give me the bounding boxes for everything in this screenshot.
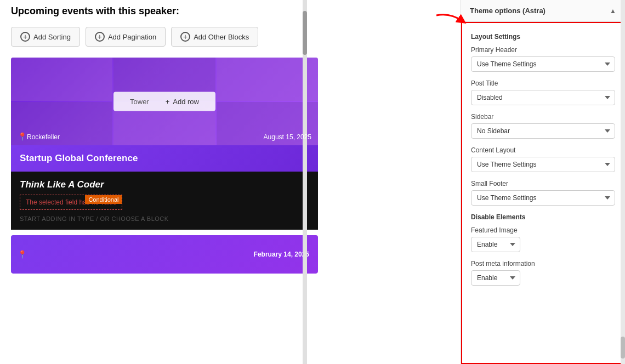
layout-settings-label: Layout Settings: [471, 33, 615, 41]
sidebar-label: Sidebar: [471, 113, 615, 121]
right-panel: Theme options (Astra) ▲ Layout Settings …: [461, 0, 625, 364]
add-pagination-label: Add Pagination: [108, 33, 156, 41]
action-buttons-row: + Add Sorting + Add Pagination + Add Oth…: [11, 27, 450, 47]
post-meta-select[interactable]: Enable Disable: [471, 270, 520, 286]
settings-panel: Layout Settings Primary Header Use Theme…: [461, 22, 625, 364]
conference-title: Startup Global Conference: [20, 153, 309, 164]
event-date: August 15, 2025: [264, 133, 311, 141]
primary-header-group: Primary Header Use Theme Settings Disabl…: [471, 46, 615, 72]
sidebar-select[interactable]: No Sidebar Left Sidebar Right Sidebar: [471, 123, 615, 139]
plus-circle-icon: +: [20, 32, 30, 42]
post-title-select[interactable]: Use Theme Settings Disabled Enabled: [471, 90, 615, 105]
second-event-pin-icon: 📍: [18, 250, 27, 259]
event-image-area: Tower + Add row 📍 Rockefeller August 15,…: [11, 58, 318, 145]
post-title-group: Post Title Use Theme Settings Disabled E…: [471, 79, 615, 105]
sidebar-group: Sidebar No Sidebar Left Sidebar Right Si…: [471, 113, 615, 139]
left-scrollbar[interactable]: [303, 0, 307, 364]
featured-image-group: Featured Image Enable Disable: [471, 226, 615, 252]
add-other-blocks-button[interactable]: + Add Other Blocks: [171, 27, 258, 47]
left-panel: Upcoming events with this speaker: + Add…: [0, 0, 461, 364]
conditional-badge: Conditional: [85, 195, 122, 204]
small-footer-group: Small Footer Use Theme Settings Disabled…: [471, 180, 615, 206]
location-pin-icon: 📍: [18, 132, 27, 141]
content-layout-label: Content Layout: [471, 146, 615, 154]
plus-circle-icon-3: +: [180, 32, 190, 42]
content-layout-group: Content Layout Use Theme Settings Narrow…: [471, 146, 615, 172]
add-other-blocks-label: Add Other Blocks: [194, 33, 249, 41]
post-meta-label: Post meta information: [471, 260, 615, 268]
post-meta-group: Post meta information Enable Disable: [471, 260, 615, 286]
left-scroll-thumb: [303, 11, 307, 55]
primary-header-select[interactable]: Use Theme Settings Disabled Enabled: [471, 56, 615, 72]
add-row-button[interactable]: + Add row: [166, 98, 199, 106]
add-row-plus-icon: +: [166, 98, 170, 106]
right-scroll-thumb: [621, 337, 625, 359]
conference-section: Startup Global Conference: [11, 145, 318, 172]
coder-title: Think Like A Coder: [20, 179, 309, 190]
featured-image-label: Featured Image: [471, 226, 615, 234]
coder-subtext: START ADDING IN TYPE / OR CHOOSE A BLOCK: [20, 215, 309, 222]
page-heading: Upcoming events with this speaker:: [11, 5, 450, 17]
second-event-card: 📍 February 14, 2025: [11, 235, 318, 274]
right-scrollbar[interactable]: [621, 0, 625, 364]
add-row-overlay: Tower + Add row: [113, 92, 215, 111]
red-arrow-indicator: [434, 10, 467, 33]
add-row-label: Add row: [173, 98, 199, 106]
second-event-date: February 14, 2025: [254, 251, 309, 258]
rockefeller-text: Rockefeller: [27, 133, 60, 141]
small-footer-label: Small Footer: [471, 180, 615, 187]
coder-section: Think Like A Coder The selected field ha…: [11, 172, 318, 230]
add-pagination-button[interactable]: + Add Pagination: [86, 27, 166, 47]
featured-image-select[interactable]: Enable Disable: [471, 237, 520, 252]
primary-header-label: Primary Header: [471, 46, 615, 54]
post-title-label: Post Title: [471, 79, 615, 87]
tower-label: Tower: [130, 98, 149, 106]
add-sorting-button[interactable]: + Add Sorting: [11, 27, 80, 47]
small-footer-select[interactable]: Use Theme Settings Disabled Enabled: [471, 190, 615, 206]
add-sorting-label: Add Sorting: [33, 33, 71, 41]
content-layout-select[interactable]: Use Theme Settings Narrow Width Full Wid…: [471, 157, 615, 172]
field-no-value: The selected field has no value Conditio…: [20, 195, 122, 210]
plus-circle-icon-2: +: [95, 32, 105, 42]
theme-options-title: Theme options (Astra): [470, 7, 546, 15]
theme-options-header: Theme options (Astra) ▲: [461, 0, 625, 22]
disable-elements-label: Disable Elements: [471, 213, 615, 221]
collapse-arrow-icon[interactable]: ▲: [610, 7, 616, 15]
event-card: Tower + Add row 📍 Rockefeller August 15,…: [11, 58, 318, 274]
